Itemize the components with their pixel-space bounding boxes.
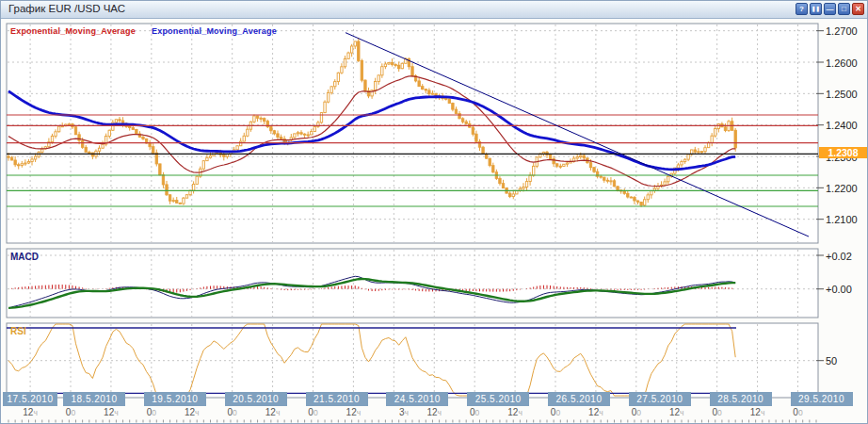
legend-ema-fast: Exponential_Moving_Average xyxy=(10,26,136,36)
time-label: 00 xyxy=(793,407,802,417)
macd-tick-label: +0.02 xyxy=(826,251,852,262)
date-label: 20.5.2010 xyxy=(225,392,287,406)
chart-window: График EUR /USD ЧАС ?❚❚—□✕ Exponential_M… xyxy=(0,0,868,424)
rsi-tick-label: 50 xyxy=(826,355,837,367)
time-label: 00 xyxy=(632,407,641,417)
time-label: 12ч xyxy=(750,407,765,417)
rsi-panel-label: RSI xyxy=(10,326,26,336)
window-buttons: ?❚❚—□✕ xyxy=(796,3,864,15)
time-label: 00 xyxy=(147,407,156,417)
date-label: 25.5.2010 xyxy=(467,392,529,406)
date-label: 21.5.2010 xyxy=(306,392,368,406)
date-label: 24.5.2010 xyxy=(386,392,448,406)
pause-button[interactable]: ❚❚ xyxy=(810,3,822,15)
date-label: 17.5.2010 xyxy=(3,392,57,406)
macd-tick-label: +0.00 xyxy=(826,284,852,295)
current-price-badge: 1.2308 xyxy=(819,147,867,158)
close-button[interactable]: ✕ xyxy=(852,3,864,15)
time-label: 12ч xyxy=(669,407,684,417)
window-title: График EUR /USD ЧАС xyxy=(8,3,125,14)
time-label: 12ч xyxy=(507,407,522,417)
chart-canvas[interactable] xyxy=(1,1,868,424)
main-chart-frame[interactable] xyxy=(7,24,818,243)
time-label: 00 xyxy=(228,407,237,417)
help-button[interactable]: ? xyxy=(796,3,808,15)
date-label: 29.5.2010 xyxy=(791,392,853,406)
time-label: 00 xyxy=(713,407,722,417)
price-tick-label: 1.2600 xyxy=(826,57,858,69)
price-tick-label: 1.2200 xyxy=(826,183,858,194)
date-label: 19.5.2010 xyxy=(144,392,206,406)
minimize-button[interactable]: — xyxy=(824,3,836,15)
time-label: 12ч xyxy=(426,407,442,417)
date-label: 26.5.2010 xyxy=(548,392,610,406)
time-label: 12ч xyxy=(346,407,362,417)
maximize-button[interactable]: □ xyxy=(838,3,850,15)
price-tick-label: 1.2500 xyxy=(826,89,858,100)
price-tick-label: 1.2700 xyxy=(826,25,858,37)
price-tick-label: 1.2400 xyxy=(826,120,858,131)
time-label: 00 xyxy=(551,407,560,417)
time-label: 00 xyxy=(308,407,317,417)
date-label: 28.5.2010 xyxy=(710,392,772,406)
title-bar[interactable]: График EUR /USD ЧАС ?❚❚—□✕ xyxy=(1,1,867,19)
time-label: 12ч xyxy=(23,407,38,417)
time-label: 00 xyxy=(66,407,75,417)
macd-panel-label: MACD xyxy=(10,252,39,262)
price-tick-label: 1.2100 xyxy=(826,214,858,225)
legend-ema-slow: Exponential_Moving_Average xyxy=(152,26,277,36)
time-label: 3ч xyxy=(399,407,409,417)
time-label: 12ч xyxy=(588,407,603,417)
date-label: 27.5.2010 xyxy=(629,392,691,406)
time-label: 00 xyxy=(470,407,479,417)
date-label: 18.5.2010 xyxy=(63,392,125,406)
time-label: 12ч xyxy=(104,407,119,417)
time-label: 12ч xyxy=(265,407,281,417)
time-label: 12ч xyxy=(185,407,200,417)
hour-tick-marks xyxy=(8,420,816,423)
